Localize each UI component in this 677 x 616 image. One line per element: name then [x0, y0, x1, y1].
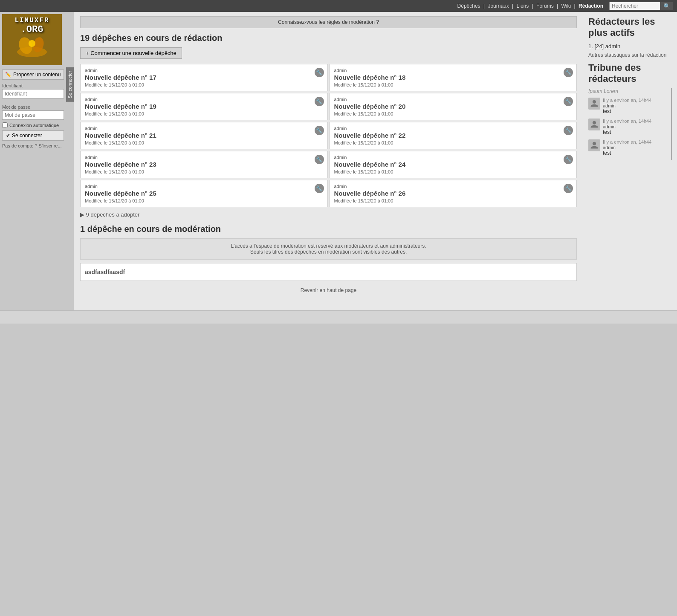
tribune-avatar: [588, 98, 600, 110]
identifiant-input[interactable]: [2, 89, 64, 98]
tribune-message: Il y a environ an, 14h44 admin test: [588, 139, 671, 156]
depeche-edit-icon[interactable]: 🔧: [315, 68, 324, 77]
site-logo: LINUXFR .ORG: [2, 14, 62, 65]
tribune-msg-meta: Il y a environ an, 14h44: [603, 119, 651, 124]
depeche-card[interactable]: admin Nouvelle dépêche n° 26 Modifiée le…: [330, 180, 577, 207]
depeche-date: Modifiée le 15/12/20 à 01:00: [334, 169, 573, 174]
nav-links: Dépêches | Journaux | Liens | Forums | W…: [456, 3, 605, 9]
sidebar-wrapper: LINUXFR .ORG ✏️ Propos: [0, 12, 74, 310]
nav-liens[interactable]: Liens: [517, 3, 529, 9]
depeche-date: Modifiée le 15/12/20 à 01:00: [85, 169, 323, 174]
se-connecter-button[interactable]: ✔ Se connecter: [2, 130, 64, 141]
proposer-contenu-button[interactable]: ✏️ Proposer un contenu: [2, 69, 64, 80]
top-navigation: Dépêches | Journaux | Liens | Forums | W…: [0, 0, 677, 12]
check-icon: ✔: [6, 133, 10, 139]
depeche-title: Nouvelle dépêche n° 23: [85, 161, 323, 168]
tribune-msg-author: admin: [603, 103, 651, 108]
tribune-msg-text: test: [603, 129, 651, 135]
left-sidebar: LINUXFR .ORG ✏️ Propos: [0, 12, 66, 310]
depeche-card[interactable]: admin Nouvelle dépêche n° 20 Modifiée le…: [330, 93, 577, 120]
tribune-msg-meta: Il y a environ an, 14h44: [603, 98, 651, 103]
depeche-author: admin: [85, 184, 323, 189]
password-input[interactable]: [2, 110, 64, 120]
depeche-card[interactable]: admin Nouvelle dépêche n° 21 Modifiée le…: [80, 122, 328, 149]
tribune-msg-meta: Il y a environ an, 14h44: [603, 139, 651, 145]
tribune-msg-text: test: [603, 108, 651, 114]
tribune-avatar: [588, 119, 600, 130]
depeche-date: Modifiée le 15/12/20 à 01:00: [85, 198, 323, 203]
search-button[interactable]: 🔍: [661, 2, 673, 10]
identifiant-label: Identifiant: [2, 83, 64, 88]
moderation-item[interactable]: asdfasdfaasdf: [80, 263, 577, 281]
depeche-edit-icon[interactable]: 🔧: [564, 184, 573, 193]
nav-forums[interactable]: Forums: [536, 3, 554, 9]
depeche-card[interactable]: admin Nouvelle dépêche n° 17 Modifiée le…: [80, 64, 328, 91]
edit-icon: ✏️: [5, 72, 12, 78]
depeche-card[interactable]: admin Nouvelle dépêche n° 18 Modifiée le…: [330, 64, 577, 91]
depeche-edit-icon[interactable]: 🔧: [564, 126, 573, 135]
new-depeche-label: + Commencer une nouvelle dépêche: [86, 50, 176, 56]
redacteurs-title: Rédacteurs les plus actifs: [588, 16, 672, 39]
redaction-title: 19 dépêches en cours de rédaction: [80, 33, 577, 43]
connexion-auto-label: Connexion automatique: [9, 123, 59, 128]
svg-point-3: [29, 40, 35, 47]
depeche-date: Modifiée le 15/12/20 à 01:00: [85, 140, 323, 145]
redacteur-item: 1. [24] admin: [588, 43, 672, 49]
depeche-edit-icon[interactable]: 🔧: [315, 155, 324, 164]
retour-haut-anchor[interactable]: Revenir en haut de page: [301, 287, 356, 293]
depeche-author: admin: [85, 126, 323, 131]
connexion-auto-checkbox[interactable]: [2, 122, 8, 128]
depeches-grid: admin Nouvelle dépêche n° 17 Modifiée le…: [80, 64, 577, 207]
depeche-edit-icon[interactable]: 🔧: [315, 184, 324, 193]
depeche-author: admin: [334, 184, 573, 189]
nav-journaux[interactable]: Journaux: [488, 3, 509, 9]
depeche-date: Modifiée le 15/12/20 à 01:00: [85, 82, 323, 87]
depeche-title: Nouvelle dépêche n° 24: [334, 161, 573, 168]
depeche-card[interactable]: admin Nouvelle dépêche n° 22 Modifiée le…: [330, 122, 577, 149]
tribune-msg-content: Il y a environ an, 14h44 admin test: [603, 139, 651, 156]
depeche-edit-icon[interactable]: 🔧: [564, 155, 573, 164]
depeche-date: Modifiée le 15/12/20 à 01:00: [334, 82, 573, 87]
mot-de-passe-label: Mot de passe: [2, 104, 64, 110]
moderation-notice: L'accès à l'espace de modération est rés…: [80, 238, 577, 260]
depeche-title: Nouvelle dépêche n° 25: [85, 190, 323, 197]
moderation-notice-line1: L'accès à l'espace de modération est rés…: [85, 243, 572, 249]
moderation-notice-line2: Seuls les titres des dépêches en modérat…: [85, 249, 572, 255]
depeche-author: admin: [85, 155, 323, 160]
depeche-date: Modifiée le 15/12/20 à 01:00: [334, 140, 573, 145]
depeche-edit-icon[interactable]: 🔧: [315, 97, 324, 106]
depeche-edit-icon[interactable]: 🔧: [564, 97, 573, 106]
depeche-author: admin: [334, 68, 573, 73]
connexion-auto-row: Connexion automatique: [2, 122, 64, 128]
tribune-messages: Il y a environ an, 14h44 admin test Il y…: [588, 98, 671, 156]
depeche-card[interactable]: admin Nouvelle dépêche n° 24 Modifiée le…: [330, 151, 577, 178]
tribune-avatar: [588, 139, 600, 151]
depeche-card[interactable]: admin Nouvelle dépêche n° 19 Modifiée le…: [80, 93, 328, 120]
depeche-title: Nouvelle dépêche n° 26: [334, 190, 573, 197]
depeche-title: Nouvelle dépêche n° 18: [334, 74, 573, 81]
depeche-title: Nouvelle dépêche n° 17: [85, 74, 323, 81]
search-input[interactable]: [609, 2, 660, 10]
nav-depeches[interactable]: Dépêches: [457, 3, 480, 9]
tribune-section: Ipsum Lorem Il y a environ an, 14h44 adm…: [588, 88, 672, 160]
inscription-link[interactable]: Pas de compte ? S'inscrire...: [2, 143, 64, 148]
main-content: Connaissez-vous les règles de modération…: [74, 12, 583, 310]
adopter-link[interactable]: ▶ 9 dépêches à adopter: [80, 211, 577, 218]
depeche-author: admin: [85, 97, 323, 102]
retour-haut-link[interactable]: Revenir en haut de page: [80, 287, 577, 293]
depeche-author: admin: [334, 97, 573, 102]
depeche-title: Nouvelle dépêche n° 21: [85, 132, 323, 139]
nav-redaction[interactable]: Rédaction: [579, 3, 603, 9]
depeche-date: Modifiée le 15/12/20 à 01:00: [334, 198, 573, 203]
se-connecter-tab[interactable]: Se connecter: [66, 67, 74, 102]
depeche-card[interactable]: admin Nouvelle dépêche n° 25 Modifiée le…: [80, 180, 328, 207]
depeche-edit-icon[interactable]: 🔧: [315, 126, 324, 135]
autres-stats-link[interactable]: Autres statistiques sur la rédaction: [588, 52, 666, 58]
depeche-date: Modifiée le 15/12/20 à 01:00: [85, 111, 323, 116]
depeche-edit-icon[interactable]: 🔧: [564, 68, 573, 77]
tribune-msg-content: Il y a environ an, 14h44 admin test: [603, 98, 651, 114]
new-depeche-button[interactable]: + Commencer une nouvelle dépêche: [80, 47, 182, 59]
nav-wiki[interactable]: Wiki: [561, 3, 571, 9]
depeche-date: Modifiée le 15/12/20 à 01:00: [334, 111, 573, 116]
depeche-card[interactable]: admin Nouvelle dépêche n° 23 Modifiée le…: [80, 151, 328, 178]
